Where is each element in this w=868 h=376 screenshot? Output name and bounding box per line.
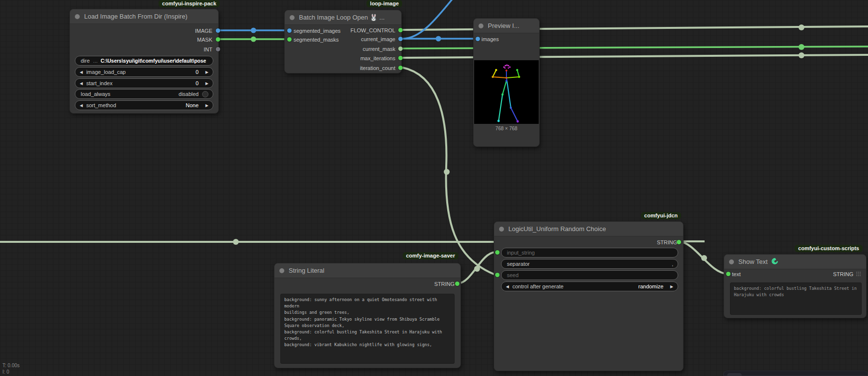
slot-dot-int[interactable]: [216, 47, 220, 51]
widget-sort-method[interactable]: ◀ sort_method None ▶: [75, 100, 213, 110]
output-slot-image[interactable]: IMAGE: [195, 27, 212, 35]
slot-label: IMAGE: [195, 28, 212, 34]
slot-dot[interactable]: [398, 47, 403, 51]
collapse-dot-icon[interactable]: [499, 227, 504, 232]
slot-label: max_iterations: [360, 55, 395, 61]
node-titlebar[interactable]: Show Text: [724, 255, 866, 269]
widget-value: ,: [672, 261, 673, 267]
ellipsis-icon: ...: [93, 58, 97, 64]
widget-label: dire: [81, 58, 90, 64]
output-slot-string[interactable]: STRING: [434, 280, 455, 288]
input-slot-segmented-images[interactable]: segmented_images: [294, 27, 341, 35]
slot-dot[interactable]: [726, 272, 731, 276]
status-time: T: 0.00s: [2, 362, 20, 369]
widget-control-after-generate[interactable]: ◀ control after generate randomize ▶: [501, 282, 678, 291]
node-titlebar[interactable]: LogicUtil_Uniform Random Choice: [494, 222, 683, 236]
comfyui-canvas[interactable]: { "status": { "time": "T: 0.00s", "itera…: [0, 0, 868, 376]
widget-directory[interactable]: dire ... C:\Users\syui\git\comfyui\user\…: [75, 56, 213, 66]
collapse-dot-icon[interactable]: [290, 15, 295, 20]
node-titlebar[interactable]: String Literal: [274, 263, 460, 278]
wire-current-mask: [403, 47, 868, 48]
input-slot-segmented-masks[interactable]: segmented_masks: [294, 36, 339, 44]
output-slot-iteration-count[interactable]: iteration_count: [360, 64, 395, 72]
decrement-arrow-icon[interactable]: ◀: [80, 103, 83, 108]
output-slot-max-iterations[interactable]: max_iterations: [360, 54, 395, 62]
input-dot-seed[interactable]: [495, 273, 500, 277]
node-titlebar[interactable]: Batch Image Loop Open 🐰 ...: [285, 10, 401, 25]
input-slot-text[interactable]: text: [732, 270, 741, 278]
slot-dot[interactable]: [398, 56, 403, 60]
increment-arrow-icon[interactable]: ▶: [206, 70, 208, 74]
collapse-dot-icon[interactable]: [729, 259, 734, 264]
slot-label: segmented_images: [294, 28, 341, 34]
widget-seed[interactable]: seed: [501, 270, 678, 280]
node-string-literal[interactable]: String Literal STRING background: sunny …: [274, 263, 461, 368]
widget-input-string[interactable]: input_string: [501, 248, 678, 258]
badge-comfyui-jdcn: comfyui-jdcn: [641, 212, 681, 219]
slot-label: segmented_masks: [294, 37, 339, 43]
collapse-dot-icon[interactable]: [479, 24, 483, 28]
node-title: Preview I...: [488, 22, 519, 29]
reroute-dot: [701, 255, 707, 261]
widget-label: sort_method: [86, 102, 116, 108]
collapse-dot-icon[interactable]: [75, 14, 80, 19]
reroute-dot: [251, 37, 256, 42]
toggle-icon[interactable]: [202, 91, 208, 97]
image-dimensions-caption: 768 × 768: [474, 126, 539, 131]
node-batch-image-loop[interactable]: Batch Image Loop Open 🐰 ... segmented_im…: [284, 10, 402, 73]
widget-separator[interactable]: separator ,: [501, 259, 678, 269]
slot-dot[interactable]: [677, 240, 681, 244]
show-text-textarea[interactable]: background: colorful bustling Takeshita …: [730, 282, 862, 315]
node-title: LogicUtil_Uniform Random Choice: [508, 225, 606, 233]
slot-label: iteration_count: [360, 65, 395, 71]
widget-image-load-cap[interactable]: ◀ image_load_cap 0 ▶: [75, 67, 213, 77]
slot-dot[interactable]: [455, 282, 459, 286]
widget-label: start_index: [86, 80, 113, 86]
slot-dot[interactable]: [287, 37, 292, 42]
increment-arrow-icon[interactable]: ▶: [206, 81, 208, 86]
slot-dot-mask[interactable]: [216, 37, 220, 42]
slot-dot[interactable]: [476, 37, 480, 41]
input-slot-images[interactable]: images: [481, 35, 499, 43]
widget-value: None: [186, 102, 199, 108]
increment-arrow-icon[interactable]: ▶: [206, 103, 208, 108]
string-literal-textarea[interactable]: background: sunny afternoon on a quiet O…: [280, 294, 455, 364]
output-slot-current-image[interactable]: current_image: [361, 35, 395, 43]
slot-dot[interactable]: [398, 66, 403, 70]
decrement-arrow-icon[interactable]: ◀: [80, 81, 83, 86]
output-slot-mask[interactable]: MASK: [197, 36, 212, 44]
collapse-dot-icon[interactable]: [279, 268, 284, 273]
input-dot-input-string[interactable]: [495, 250, 500, 255]
widget-label: separator: [507, 261, 529, 267]
widget-label: seed: [507, 272, 519, 278]
pose-preview-image[interactable]: [474, 60, 539, 124]
wire-logic-to-show-text: [680, 242, 728, 274]
output-slot-current-mask[interactable]: current_mask: [363, 45, 395, 53]
slot-dot[interactable]: [398, 37, 403, 41]
widget-load-always[interactable]: load_always disabled: [75, 89, 213, 99]
output-slot-string[interactable]: STRING: [657, 238, 677, 246]
increment-arrow-icon[interactable]: ▶: [670, 284, 673, 289]
node-partial-bottom-right[interactable]: [723, 371, 868, 376]
badge-comfyui-custom-scripts: comfyui-custom-scripts: [795, 245, 863, 252]
wire-current-image-offscreen: [403, 0, 457, 39]
slot-dot[interactable]: [398, 28, 403, 32]
node-show-text[interactable]: Show Text text STRING background: colorf…: [724, 254, 867, 318]
slot-label: text: [732, 271, 741, 277]
widget-start-index[interactable]: ◀ start_index 0 ▶: [75, 78, 213, 88]
decrement-arrow-icon[interactable]: ◀: [80, 70, 83, 74]
slot-dot[interactable]: [287, 28, 292, 33]
slot-label: MASK: [197, 37, 212, 43]
node-titlebar[interactable]: Load Image Batch From Dir (Inspire): [70, 9, 218, 24]
slot-dot-image[interactable]: [216, 28, 220, 33]
badge-comfyui-inspire-pack: comfyui-inspire-pack: [159, 0, 220, 7]
node-load-image-batch[interactable]: Load Image Batch From Dir (Inspire) IMAG…: [69, 9, 219, 114]
node-preview-image[interactable]: Preview I... images: [473, 18, 540, 147]
decrement-arrow-icon[interactable]: ◀: [506, 284, 509, 289]
node-titlebar[interactable]: Preview I...: [474, 19, 539, 33]
output-slot-flow-control[interactable]: FLOW_CONTROL: [350, 26, 395, 34]
grid-handle-icon[interactable]: [856, 271, 861, 278]
output-slot-int[interactable]: INT: [204, 46, 212, 53]
slot-label: FLOW_CONTROL: [350, 27, 395, 33]
node-logicutil-random-choice[interactable]: LogicUtil_Uniform Random Choice STRING i…: [494, 221, 684, 371]
